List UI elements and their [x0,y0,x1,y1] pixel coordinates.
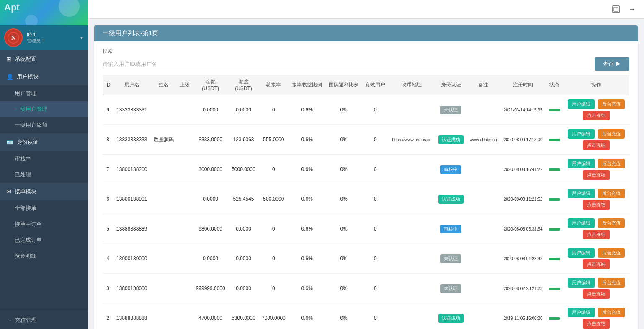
cell-id: 6 [103,184,113,214]
col-balance: 余额(USDT) [193,75,229,95]
sidebar-item-completed-orders[interactable]: 已完成订单 [0,232,88,248]
backend-recharge-button[interactable]: 后台充值 [598,99,625,109]
freeze-button[interactable]: 点击冻结 [583,259,610,269]
freeze-button[interactable]: 点击冻结 [583,289,610,299]
forward-icon[interactable]: → [626,3,638,15]
cell-actions: 用户编辑 后台充值 点击冻结 [563,303,629,329]
cell-name [150,155,177,184]
sidebar-item-reviewing[interactable]: 审核中 [0,151,88,167]
sidebar-item-fund-detail[interactable]: 资金明细 [0,248,88,264]
cell-balance: 0.0000 [193,184,229,214]
cell-superior [177,95,193,125]
table-row: 5 13888888889 9866.0000 0.0000 0 0.6% 0%… [103,214,629,244]
backend-recharge-button[interactable]: 后台充值 [598,159,625,168]
identity-badge: 审核中 [440,165,461,174]
cell-address: https://www.ohbbs.cn [389,125,435,155]
cell-status: 正常 [546,214,563,244]
cell-valid-users: 0 [362,125,389,155]
cell-register-time: 2020-08-03 16:41:22 [500,155,546,184]
cell-actions: 用户编辑 后台充值 点击冻结 [563,125,629,155]
backend-recharge-button[interactable]: 后台充值 [598,189,625,198]
cell-identity: 审核中 [435,155,466,184]
backend-recharge-button[interactable]: 后台充值 [598,308,625,317]
cell-superior [177,184,193,214]
identity-badge: 认证成功 [438,135,464,144]
user-edit-button[interactable]: 用户编辑 [568,129,595,139]
cell-balance: 3000.0000 [193,155,229,184]
freeze-button[interactable]: 点击冻结 [583,170,610,180]
sidebar-section-system-config[interactable]: ⊞ 系统配置 [0,50,88,68]
user-edit-button[interactable]: 用户编辑 [568,248,595,258]
cell-balance: 9866.0000 [193,214,229,244]
cell-status: 正常 [546,303,563,329]
sidebar-section-user-module[interactable]: 👤 用户模块 [0,68,88,85]
user-edit-button[interactable]: 用户编辑 [568,308,595,317]
sidebar-section-order-module[interactable]: ✉ 接单模块 [0,183,88,200]
cell-total-rate: 0 [258,244,289,274]
cell-register-time: 2020-08-09 17:13:00 [500,125,546,155]
col-address: 收币地址 [389,75,435,95]
sidebar-item-level1-user-add[interactable]: 一级用户添加 [0,117,88,133]
cell-rate-ratio: 0.6% [289,95,325,125]
backend-recharge-button[interactable]: 后台充值 [598,278,625,288]
freeze-button[interactable]: 点击冻结 [583,230,610,239]
user-edit-button[interactable]: 用户编辑 [568,218,595,228]
backend-recharge-button[interactable]: 后台充值 [598,218,625,228]
cell-quota: 123.6363 [229,125,259,155]
user-edit-button[interactable]: 用户编辑 [568,99,595,109]
table-row: 4 13900139000 0.0000 0.0000 0 0.6% 0% 0 … [103,244,629,274]
user-edit-button[interactable]: 用户编辑 [568,159,595,168]
cell-address [389,214,435,244]
cell-actions: 用户编辑 后台充值 点击冻结 [563,214,629,244]
cell-total-rate: 555.0000 [258,125,289,155]
backend-recharge-button[interactable]: 后台充值 [598,248,625,258]
cell-username: 13800138200 [113,155,150,184]
cell-rate-ratio: 0.6% [289,155,325,184]
cell-balance: 999999.0000 [193,274,229,303]
user-edit-button[interactable]: 用户编辑 [568,189,595,198]
user-edit-button[interactable]: 用户编辑 [568,278,595,288]
cell-id: 9 [103,95,113,125]
table-header-row: ID 用户名 姓名 上级 余额(USDT) 额度(USDT) 总接率 接率收益比… [103,75,629,95]
sidebar-item-all-orders[interactable]: 全部接单 [0,200,88,216]
freeze-button[interactable]: 点击冻结 [583,200,610,210]
col-quota: 额度(USDT) [229,75,259,95]
sidebar-item-level1-user-manage[interactable]: 一级用户管理 [0,101,88,117]
cell-remark [466,155,500,184]
cell-valid-users: 0 [362,303,389,329]
cell-address [389,244,435,274]
mail-icon: ✉ [6,188,11,195]
cell-remark [466,184,500,214]
cell-quota: 5000.0000 [229,155,259,184]
page-container: 一级用户列表-第1页 搜索 查询 ▶ [88,19,644,329]
sidebar-menu: ⊞ 系统配置 👤 用户模块 用户管理 一级用户管理 一级用户添加 🪪 身份认证 … [0,50,88,311]
sidebar-item-user-manage[interactable]: 用户管理 [0,85,88,101]
sidebar-bottom-recharge[interactable]: → 充值管理 [0,311,88,329]
sidebar-user-header[interactable]: N ID:1 管理员！ ▼ [0,25,88,50]
cell-remark: www.ohbbs.cn [466,125,500,155]
svg-text:N: N [11,35,15,41]
cell-register-time: 2020-08-03 11:21:52 [500,184,546,214]
status-badge: 正常 [549,317,560,320]
expand-icon[interactable] [610,3,622,15]
freeze-button[interactable]: 点击冻结 [583,319,610,329]
card-header: 一级用户列表-第1页 [94,25,638,41]
freeze-button[interactable]: 点击冻结 [583,111,610,120]
search-button[interactable]: 查询 ▶ [595,57,629,71]
cell-actions: 用户编辑 后台充值 点击冻结 [563,244,629,274]
cell-register-time: 2020-08-03 01:23:42 [500,244,546,274]
backend-recharge-button[interactable]: 后台充值 [598,129,625,139]
sidebar-item-processed[interactable]: 已处理 [0,167,88,183]
col-actions: 操作 [563,75,629,95]
sidebar-item-orders-in-progress[interactable]: 接单中订单 [0,216,88,232]
cell-quota: 0.0000 [229,244,259,274]
cell-name [150,303,177,329]
freeze-button[interactable]: 点击冻结 [583,140,610,150]
sidebar-section-identity[interactable]: 🪪 身份认证 [0,133,88,151]
identity-badge: 认证成功 [438,195,464,204]
cell-total-rate: 0 [258,155,289,184]
cell-register-time: 2021-03-14 14:15:35 [500,95,546,125]
identity-badge: 认证成功 [438,314,464,323]
search-input[interactable] [103,58,590,70]
cell-id: 2 [103,303,113,329]
